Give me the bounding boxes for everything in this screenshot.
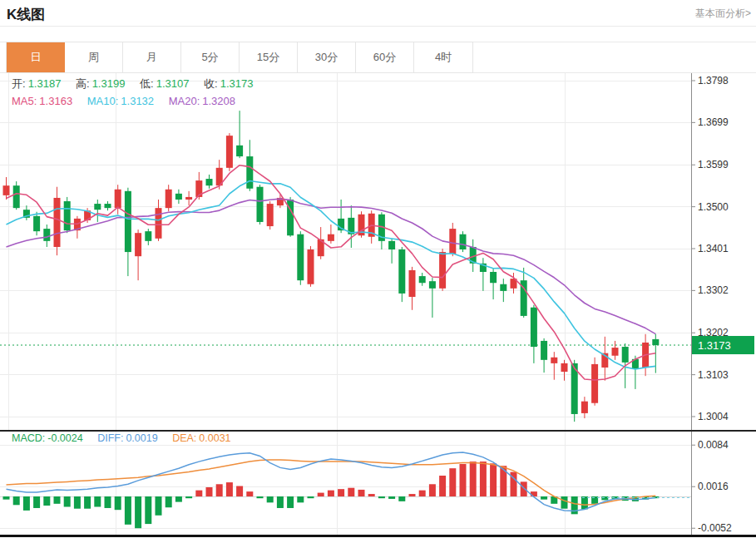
candle-body [449, 229, 456, 254]
ma20-line [7, 199, 656, 334]
candle-body [439, 252, 446, 289]
candle-body [135, 233, 141, 256]
close-value: 1.3173 [220, 77, 254, 90]
axis-tick-label: 0.0016 [698, 481, 729, 492]
ohlc-readout: 开:1.3187 高:1.3199 低:1.3107 收:1.3173 [12, 77, 255, 91]
macd-bar [64, 496, 71, 507]
candle-body [652, 339, 659, 345]
macd-readout: MACD:-0.0024 DIFF:0.0019 DEA:0.0031 [12, 432, 234, 444]
candle-body [166, 190, 172, 208]
macd-bar [175, 496, 182, 502]
candle-body [267, 204, 274, 226]
macd-bar [105, 496, 111, 508]
macd-label: MACD: [12, 432, 45, 444]
macd-bar [257, 496, 264, 498]
macd-bar [216, 484, 223, 496]
candle-body [64, 201, 71, 230]
axis-tick-label: 1.3798 [698, 75, 729, 86]
candle-body [622, 347, 629, 363]
dea-label: DEA: [172, 432, 196, 444]
diff-label: DIFF: [97, 432, 123, 444]
dea-value: 0.0031 [199, 432, 230, 444]
candle-body [541, 341, 547, 360]
macd-bar [439, 476, 446, 496]
candle-body [246, 156, 253, 189]
candle-body [500, 284, 506, 291]
macd-bar [388, 496, 395, 499]
candle-body [156, 208, 162, 239]
macd-bar [328, 491, 334, 496]
right-axis: 1.37981.36991.35991.35001.34011.33021.32… [691, 73, 754, 536]
candle-body [561, 363, 568, 372]
macd-bar [368, 494, 375, 496]
macd-bar [166, 496, 172, 507]
macd-histogram [3, 461, 660, 528]
candle-body [398, 249, 405, 294]
candle-body [125, 191, 131, 252]
ma5-value: 1.3163 [39, 95, 72, 107]
macd-bar [145, 496, 151, 524]
macd-bar [206, 487, 213, 496]
macd-bar [470, 461, 477, 496]
macd-bar [419, 491, 426, 496]
candle-body [388, 241, 395, 249]
macd-value: -0.0024 [47, 432, 82, 444]
ma20-label: MA20: [169, 95, 200, 107]
candle-body [226, 136, 233, 168]
candle-body [429, 281, 436, 289]
macd-bar [246, 491, 253, 496]
macd-bar [348, 488, 354, 496]
axis-tick-label: 1.3500 [698, 201, 729, 213]
candle-body [3, 185, 10, 195]
macd-bar [398, 496, 405, 501]
macd-bar [318, 493, 324, 496]
macd-bar [43, 496, 50, 506]
macd-bar [490, 463, 497, 496]
candle-body [257, 187, 264, 222]
macd-bar [338, 489, 344, 496]
macd-bar [521, 481, 527, 496]
macd-bar [287, 496, 294, 508]
candle-body [236, 146, 243, 156]
macd-bar [541, 496, 547, 500]
macd-bar [94, 496, 101, 507]
macd-bar [267, 496, 274, 502]
low-value: 1.3107 [156, 77, 190, 90]
macd-bar [409, 494, 416, 496]
ma10-value: 1.3132 [121, 95, 154, 107]
candle-body [297, 234, 304, 280]
candle-body [206, 179, 213, 185]
macd-bar [84, 496, 91, 509]
axis-tick-label: 1.3599 [698, 159, 729, 170]
macd-bar [277, 496, 284, 508]
macd-bar [156, 496, 162, 516]
close-label: 收: [204, 77, 218, 90]
candle-body [591, 364, 598, 403]
open-label: 开: [12, 77, 26, 90]
macd-bar [236, 486, 243, 496]
macd-bar [185, 496, 192, 498]
axis-tick-label: 1.3302 [698, 284, 729, 296]
candle-body [551, 358, 557, 363]
candle-body [185, 197, 192, 200]
diff-value: 0.0019 [126, 432, 157, 444]
macd-bar [449, 468, 456, 496]
macd-bar [429, 484, 436, 496]
ma20-value: 1.3208 [202, 95, 235, 107]
macd-bar [561, 496, 568, 509]
macd-bar [54, 496, 61, 504]
ma5-line [7, 165, 656, 380]
candle-body [105, 204, 111, 208]
candle-body [145, 231, 151, 241]
candle-body [33, 216, 40, 231]
axis-tick-label: 1.3699 [698, 116, 729, 128]
axis-tick-label: 1.3004 [698, 411, 729, 422]
macd-bar [297, 496, 304, 502]
candle-body [175, 194, 182, 200]
candle-body [94, 204, 101, 210]
candle-body [419, 276, 426, 283]
low-label: 低: [140, 77, 154, 90]
candle-body [308, 249, 314, 284]
axis-tick-label: 1.3401 [698, 243, 729, 254]
high-value: 1.3199 [92, 77, 126, 90]
